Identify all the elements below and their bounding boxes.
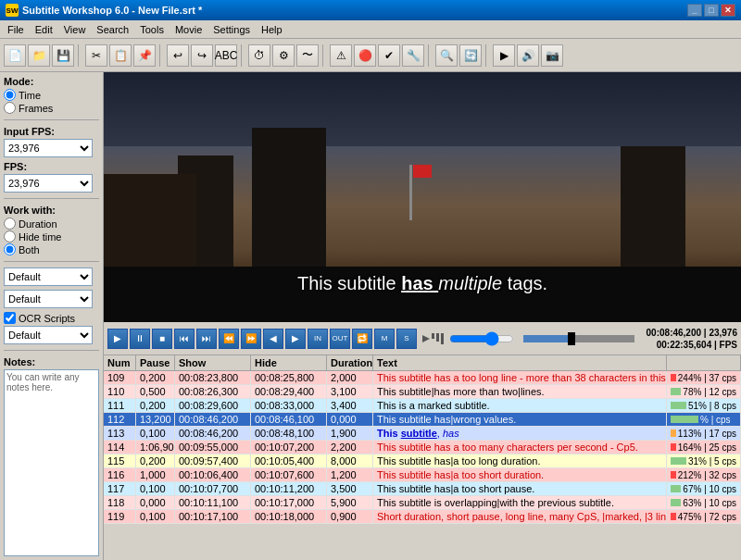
mark-button[interactable]: M [374,329,395,349]
close-button[interactable]: ✕ [721,4,735,17]
menu-help[interactable]: Help [256,22,288,37]
table-row[interactable]: 111 0,200 00:08:29,600 00:08:33,000 3,40… [104,399,741,413]
input-fps-select[interactable]: 23,976 [4,139,93,157]
set-show-button[interactable]: IN [308,329,328,349]
cell-num: 117 [104,482,136,495]
fix-button[interactable]: 🔧 [402,44,424,67]
sub-show-button[interactable]: S [396,329,417,349]
cell-show: 00:08:26,300 [175,385,251,398]
prev-button[interactable]: ⏮ [174,329,195,349]
cell-hide: 00:08:33,000 [251,399,327,412]
timer-button[interactable]: ⏱ [248,44,270,67]
mode-time-option[interactable]: Time [4,89,99,101]
mode-frames-radio[interactable] [4,102,16,114]
fps-select[interactable]: 23,976 [4,174,93,193]
vol-bar2 [436,333,439,342]
maximize-button[interactable]: □ [704,4,719,17]
volume-slider[interactable] [449,331,514,346]
copy-button[interactable]: 📋 [109,44,132,67]
replace-button[interactable]: 🔄 [459,44,482,67]
video-frame: This subtitle has multiple tags. [104,72,741,322]
table-row[interactable]: 116 1,000 00:10:06,400 00:10:07,600 1,20… [104,468,741,482]
spell-button[interactable]: ABC [215,44,237,67]
audio-button[interactable]: 🔊 [517,44,539,67]
menu-file[interactable]: File [2,22,30,37]
cell-pause: 0,200 [136,371,175,384]
progress-thumb[interactable] [568,332,575,345]
work-hide-option[interactable]: Hide time [4,230,99,243]
work-duration-radio[interactable] [4,218,16,230]
table-row[interactable]: 109 0,200 00:08:23,800 00:08:25,800 2,00… [104,371,741,385]
table-row[interactable]: 113 0,100 00:08:46,200 00:08:48,100 1,90… [104,427,741,441]
work-with-section: Work with: Duration Hide time Both [4,205,99,255]
search-tb-button[interactable]: 🔍 [435,44,458,67]
adjust-button[interactable]: ⚙ [272,44,295,67]
warning-button[interactable]: ⚠ [330,44,352,67]
default2-select[interactable]: Default [4,290,93,308]
menu-movie[interactable]: Movie [170,22,207,37]
notes-text: You can write any notes here. [6,372,80,392]
notes-area[interactable]: You can write any notes here. [4,369,99,556]
menu-edit[interactable]: Edit [30,22,58,37]
table-row[interactable]: 110 0,500 00:08:26,300 00:08:29,400 3,10… [104,385,741,399]
work-both-radio[interactable] [4,243,16,255]
building4 [104,174,196,267]
cps-bar [671,429,676,437]
mode-frames-label: Frames [19,103,53,114]
check-button[interactable]: ✔ [378,44,400,67]
waveform-button[interactable]: 〜 [296,44,319,67]
play-button[interactable]: ▶ [107,329,128,349]
frame-back-button[interactable]: ◀ [263,329,283,349]
snap-button[interactable]: 📷 [541,44,563,67]
work-both-option[interactable]: Both [4,243,99,255]
ocr-checkbox[interactable] [4,312,16,324]
mode-radio-group: Time Frames [4,89,99,114]
menu-view[interactable]: View [58,22,92,37]
table-row[interactable]: 117 0,100 00:10:07,700 00:10:11,200 3,50… [104,482,741,496]
current-time: 00:08:46,200 | 23,976 [647,327,737,339]
cell-num: 109 [104,371,136,384]
mode-frames-option[interactable]: Frames [4,102,99,114]
mode-time-radio[interactable] [4,89,16,101]
frame-fwd-button[interactable]: ▶ [285,329,306,349]
cell-hide: 00:10:07,200 [251,441,327,454]
rewind-button[interactable]: ⏪ [219,329,239,349]
table-row[interactable]: 114 1:06,900 00:09:55,000 00:10:07,200 2… [104,441,741,454]
video-area[interactable]: This subtitle has multiple tags. [104,72,741,322]
menu-settings[interactable]: Settings [207,22,256,37]
ocr-section: OCR Scripts Default [4,312,99,344]
table-area: Num Pause Show Hide Duration Text 109 0,… [104,355,741,560]
table-body[interactable]: 109 0,200 00:08:23,800 00:08:25,800 2,00… [104,371,741,560]
save-button[interactable]: 💾 [52,44,74,67]
error-button[interactable]: 🔴 [354,44,376,67]
table-row[interactable]: 115 0,200 00:09:57,400 00:10:05,400 8,00… [104,454,741,468]
new-button[interactable]: 📄 [4,44,26,67]
table-row[interactable]: 112 13,200 00:08:46,200 00:08:46,100 0,0… [104,413,741,427]
stop-button[interactable]: ■ [152,329,172,349]
menu-search[interactable]: Search [91,22,134,37]
video-button[interactable]: ▶ [493,44,515,67]
pause-button[interactable]: ⏸ [130,329,150,349]
subtitle-bold: has [401,273,438,293]
ocr-checkbox-item[interactable]: OCR Scripts [4,312,99,324]
menu-tools[interactable]: Tools [134,22,170,37]
subtitle-overlay: This subtitle has multiple tags. [104,273,741,294]
table-row[interactable]: 119 0,100 00:10:17,100 00:10:18,000 0,90… [104,510,741,524]
cut-button[interactable]: ✂ [85,44,107,67]
set-hide-button[interactable]: OUT [330,329,350,349]
minimize-button[interactable]: _ [687,4,702,17]
default3-select[interactable]: Default [4,326,93,344]
open-button[interactable]: 📁 [28,44,50,67]
paste-button[interactable]: 📌 [133,44,156,67]
work-duration-option[interactable]: Duration [4,218,99,230]
loop-button[interactable]: 🔁 [352,329,372,349]
cell-num: 114 [104,441,136,454]
table-row[interactable]: 118 0,000 00:10:11,100 00:10:17,000 5,90… [104,496,741,510]
default1-select[interactable]: Default [4,268,93,286]
work-hide-radio[interactable] [4,230,16,243]
fastforward-button[interactable]: ⏩ [241,329,261,349]
undo-button[interactable]: ↩ [167,44,189,67]
progress-bar[interactable] [523,335,634,342]
next-button[interactable]: ⏭ [196,329,217,349]
redo-button[interactable]: ↪ [191,44,213,67]
